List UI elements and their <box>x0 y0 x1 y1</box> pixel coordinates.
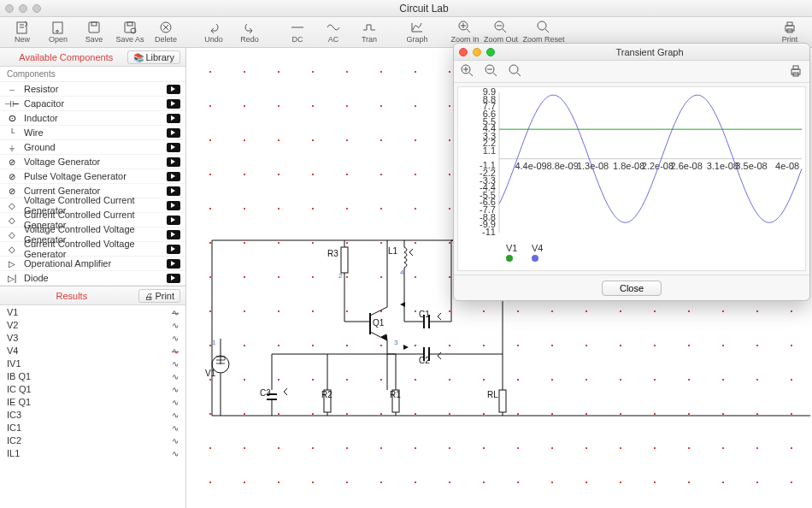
play-icon[interactable] <box>167 143 180 152</box>
library-button[interactable]: 📚 Library <box>127 50 180 64</box>
component-icon: ⊘ <box>5 172 19 181</box>
transient-graph-window[interactable]: Transient Graph 9.98.87.76.65.54.43.32.2… <box>453 43 810 301</box>
components-panel-header: Available Components 📚 Library <box>0 48 185 67</box>
result-item[interactable]: V1∿ <box>0 305 185 318</box>
component-item[interactable]: ⊣⊢Capacitor <box>0 97 185 111</box>
waveform-icon[interactable]: ∿ <box>165 308 179 316</box>
play-icon[interactable] <box>167 201 180 210</box>
result-item[interactable]: IB Q1∿ <box>0 369 185 382</box>
svg-text:8.8e-09: 8.8e-09 <box>547 161 579 171</box>
delete-button[interactable]: Delete <box>149 18 183 47</box>
result-item[interactable]: V2∿ <box>0 318 185 331</box>
svg-text:1.1: 1.1 <box>483 145 496 156</box>
waveform-icon[interactable]: ∿ <box>165 321 179 329</box>
zoom-window-icon[interactable] <box>32 4 41 13</box>
component-item[interactable]: └Wire <box>0 126 185 140</box>
result-item[interactable]: V4∿ <box>0 344 185 357</box>
waveform-icon[interactable]: ∿ <box>165 372 179 381</box>
window-traffic-lights[interactable] <box>5 4 41 13</box>
play-icon[interactable] <box>167 85 180 94</box>
new-button[interactable]: New <box>5 18 39 47</box>
waveform-icon[interactable]: ∿ <box>165 449 179 458</box>
graph-button[interactable]: Graph <box>400 18 434 47</box>
svg-text:V1: V1 <box>506 243 517 253</box>
play-icon[interactable] <box>167 259 180 269</box>
minimize-icon[interactable] <box>473 48 481 56</box>
play-icon[interactable] <box>167 128 180 138</box>
waveform-icon[interactable]: ∿ <box>165 411 179 419</box>
label-r1: R1 <box>390 390 401 399</box>
modal-print-button[interactable] <box>789 64 803 80</box>
result-item[interactable]: IL1∿ <box>0 446 185 459</box>
result-item[interactable]: IC1∿ <box>0 421 185 434</box>
svg-text:4e-08: 4e-08 <box>775 161 799 171</box>
play-icon[interactable] <box>167 186 180 196</box>
play-icon[interactable] <box>167 230 180 239</box>
modal-zoom-reset-button[interactable] <box>509 64 522 80</box>
modal-titlebar[interactable]: Transient Graph <box>454 44 809 61</box>
modal-zoom-in-button[interactable] <box>461 64 474 80</box>
label-c2: C2 <box>419 356 430 365</box>
result-label: IB Q1 <box>7 371 165 381</box>
components-list[interactable]: ⏤Resistor⊣⊢CapacitorⵙInductor└Wire⏚Groun… <box>0 82 185 286</box>
svg-rect-4 <box>125 22 135 32</box>
result-item[interactable]: IC2∿ <box>0 434 185 446</box>
component-label: Current Controlled Voltage Generator <box>19 239 167 259</box>
play-icon[interactable] <box>167 99 180 109</box>
component-item[interactable]: ▷|Diode <box>0 271 185 286</box>
play-icon[interactable] <box>167 114 180 123</box>
waveform-icon[interactable]: ∿ <box>165 385 179 393</box>
undo-button[interactable]: Undo <box>197 18 231 47</box>
component-item[interactable]: ⊘Voltage Generator <box>0 155 185 169</box>
open-icon <box>50 21 66 34</box>
tran-button[interactable]: Tran <box>352 18 386 47</box>
redo-button[interactable]: Redo <box>232 18 267 47</box>
ac-button[interactable]: AC <box>316 18 350 47</box>
component-item[interactable]: ▷Operational Amplifier <box>0 257 185 271</box>
waveform-icon[interactable]: ∿ <box>165 334 179 342</box>
component-icon: ◇ <box>5 201 19 210</box>
open-button[interactable]: Open <box>41 18 75 47</box>
save-as-button[interactable]: Save As <box>113 18 147 47</box>
component-icon: ⏤ <box>5 85 19 94</box>
result-item[interactable]: IC3∿ <box>0 408 185 421</box>
play-icon[interactable] <box>167 274 180 283</box>
close-window-icon[interactable] <box>5 4 14 13</box>
results-panel: Results 🖨 Print V1∿V2∿V3∿V4∿IV1∿IB Q1∿IC… <box>0 286 185 508</box>
svg-text:V4: V4 <box>532 243 543 253</box>
component-item[interactable]: ⵙInductor <box>0 111 185 126</box>
component-item[interactable]: ⏤Resistor <box>0 82 185 97</box>
waveform-icon[interactable]: ∿ <box>165 423 179 432</box>
modal-traffic-lights[interactable] <box>459 48 495 56</box>
component-item[interactable]: ⊘Pulse Voltage Generator <box>0 169 185 184</box>
play-icon[interactable] <box>167 157 180 167</box>
play-icon[interactable] <box>167 245 180 254</box>
svg-text:3.1e-08: 3.1e-08 <box>707 161 738 171</box>
graph-plot-area[interactable]: 9.98.87.76.65.54.43.32.21.1-1.1-2.2-3.3-… <box>457 86 806 271</box>
play-icon[interactable] <box>167 172 180 181</box>
result-item[interactable]: IV1∿ <box>0 357 185 369</box>
results-print-button[interactable]: 🖨 Print <box>138 289 180 303</box>
component-item[interactable]: ◇Current Controlled Voltage Generator <box>0 242 185 257</box>
component-item[interactable]: ⏚Ground <box>0 140 185 155</box>
zoom-icon[interactable] <box>486 48 495 56</box>
close-icon[interactable] <box>459 48 468 56</box>
waveform-icon[interactable]: ∿ <box>165 359 179 368</box>
component-icon: ⊣⊢ <box>5 99 19 109</box>
waveform-icon[interactable]: ∿ <box>165 436 179 445</box>
save-button[interactable]: Save <box>77 18 111 47</box>
play-icon[interactable] <box>167 216 180 225</box>
svg-point-21 <box>509 65 518 74</box>
close-button[interactable]: Close <box>602 281 662 296</box>
waveform-icon[interactable]: ∿ <box>165 346 179 355</box>
save-icon <box>86 21 102 34</box>
result-item[interactable]: IE Q1∿ <box>0 395 185 408</box>
dc-button[interactable]: DC <box>280 18 315 47</box>
result-item[interactable]: V3∿ <box>0 331 185 344</box>
waveform-icon[interactable]: ∿ <box>165 398 179 406</box>
modal-zoom-out-button[interactable] <box>485 64 498 80</box>
results-list[interactable]: V1∿V2∿V3∿V4∿IV1∿IB Q1∿IC Q1∿IE Q1∿IC3∿IC… <box>0 305 185 508</box>
result-item[interactable]: IC Q1∿ <box>0 382 185 395</box>
minimize-window-icon[interactable] <box>19 4 27 13</box>
component-icon: ◇ <box>5 230 19 239</box>
